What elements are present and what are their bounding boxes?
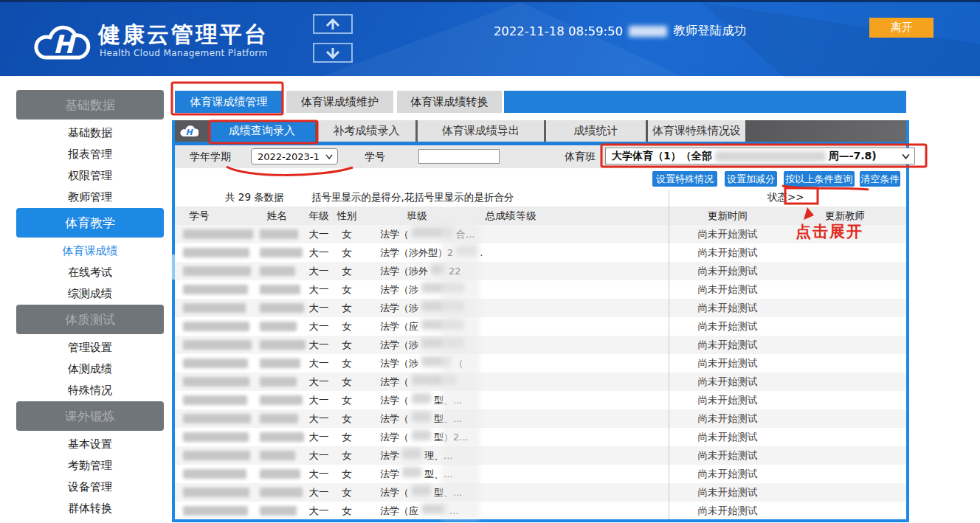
redacted-class-fragment [412,393,431,403]
sidebar-item-体育课成绩[interactable]: 体育课成绩 [16,240,164,262]
redaction-strip [441,225,480,519]
gender-cell: 女 [328,317,365,336]
status-cell: 尚未开始测试 [669,409,787,428]
scroll-up-button[interactable] [313,14,353,34]
redacted-student-name [260,469,300,479]
sidebar-item-权限管理[interactable]: 权限管理 [16,165,164,187]
query-by-conditions-button[interactable]: 按以上条件查询 [784,171,855,187]
table-row[interactable]: 大一 女 法学（型）2... 尚未开始测试 [175,428,906,446]
header-facet-decoration [317,2,686,78]
redacted-student-id [183,377,249,387]
gender-cell: 女 [328,262,365,280]
status-cell: 尚未开始测试 [669,354,787,373]
sidebar-item-管理设置[interactable]: 管理设置 [16,337,164,359]
gender-cell: 女 [328,299,365,317]
sidebar-item-报表管理[interactable]: 报表管理 [16,144,164,165]
subtab-special-case-settings[interactable]: 体育课特殊情况设置 [648,120,745,142]
sidebar-item-设备管理[interactable]: 设备管理 [16,477,164,498]
student-id-input[interactable] [418,149,500,164]
redacted-student-name [260,266,295,276]
sidebar-item-考勤管理[interactable]: 考勤管理 [16,455,164,477]
status-cell: 尚未开始测试 [669,262,787,280]
sidebar-group-基础数据[interactable]: 基础数据 [16,90,164,120]
tab-score-conversion[interactable]: 体育课成绩转换 [397,91,502,113]
status-cell: 尚未开始测试 [669,465,787,483]
redacted-class-fragment [402,467,421,477]
table-row[interactable]: 大一 女 法学（型、... 尚未开始测试 [175,409,906,428]
redacted-student-name [260,395,303,405]
table-row[interactable]: 大一 女 法学（涉 尚未开始测试 [175,299,906,317]
tab-score-maintenance[interactable]: 体育课成绩维护 [286,91,393,113]
gender-cell: 女 [328,280,365,299]
sidebar-group-体育教学[interactable]: 体育教学 [16,208,164,238]
redacted-student-id [183,506,248,516]
table-row[interactable]: 大一 女 法学（型、... 尚未开始测试 [175,391,906,409]
redacted-class-fragment [402,448,421,459]
redacted-student-name [260,229,298,239]
sidebar-item-在线考试[interactable]: 在线考试 [16,262,164,283]
table-row[interactable]: 大一 女 法学（型、... 尚未开始测试 [175,483,906,502]
status-expand-toggle[interactable]: 状态>> [767,188,804,207]
table-row[interactable]: 大一 女 法学（涉外22 尚未开始测试 [175,262,906,280]
status-cell: 尚未开始测试 [669,502,787,520]
redacted-student-name [260,322,297,331]
arrow-down-icon [323,47,342,59]
column-header-update-time[interactable]: 更新时间 [669,207,787,225]
column-header-student-id[interactable]: 学号 [173,207,225,225]
subtab-score-statistics[interactable]: 成绩统计 [546,120,646,142]
sidebar-item-群体转换[interactable]: 群体转换 [16,498,164,519]
redacted-student-name [260,303,304,313]
click-expand-annotation: 点击展开 [796,221,863,242]
status-cell: 尚未开始测试 [669,317,787,336]
redacted-student-id [183,414,251,423]
table-row[interactable]: 大一 女 法学（涉（ 尚未开始测试 [175,354,906,373]
login-message: 教师登陆成功 [673,23,746,39]
column-header-gender[interactable]: 性别 [328,207,365,225]
column-header-name[interactable]: 姓名 [251,207,303,225]
set-bonus-penalty-button[interactable]: 设置加减分 [725,171,777,187]
table-row[interactable]: 大一 女 法学（涉外型）2. 尚未开始测试 [175,243,906,262]
app-header: H 健康云管理平台 Health Cloud Management Platfo… [0,0,980,76]
clear-conditions-button[interactable]: 清空条件 [860,171,900,187]
subtab-score-export[interactable]: 体育课成绩导出 [418,120,544,142]
tabbar-filler [504,91,906,113]
column-header-class[interactable]: 班级 [391,207,443,225]
class-select[interactable]: 大学体育（1）（全部 周—-7.8) [605,148,915,164]
redacted-student-name [260,414,298,423]
sidebar-group-课外锻炼[interactable]: 课外锻炼 [16,401,164,431]
sidebar-item-特殊情况[interactable]: 特殊情况 [16,380,164,401]
term-label: 学年学期 [184,145,236,168]
redacted-student-name [260,506,297,516]
class-select-prefix: 大学体育（1）（全部 [612,150,712,163]
header-facet-decoration [701,2,980,78]
set-special-case-button[interactable]: 设置特殊情况 [652,171,717,187]
table-row[interactable]: 大一 女 法学型、... 尚未开始测试 [175,465,906,483]
table-row[interactable]: 大一 女 法学（涉 尚未开始测试 [175,280,906,299]
sidebar-item-基础数据[interactable]: 基础数据 [16,122,164,144]
subtab-score-query-entry[interactable]: 成绩查询录入 [209,120,315,142]
table-row[interactable]: 大一 女 法学（涉 尚未开始测试 [175,336,906,354]
term-select[interactable]: 2022-2023-1 [251,148,338,164]
sidebar-item-基本设置[interactable]: 基本设置 [16,434,164,455]
column-header-level[interactable]: 等级 [509,207,543,225]
login-status-text: 2022-11-18 08:59:50 教师登陆成功 [443,23,797,39]
app-subtitle: Health Cloud Management Platform [100,48,268,58]
table-row[interactable]: 大一 女 法学（ 尚未开始测试 [175,373,906,391]
table-row[interactable]: 大一 女 法学理、... 尚未开始测试 [175,446,906,465]
sidebar-group-体质测试[interactable]: 体质测试 [16,305,164,334]
redacted-student-name [260,340,306,350]
subtab-makeup-score-entry[interactable]: 补考成绩录入 [317,120,415,142]
sidebar-item-综测成绩[interactable]: 综测成绩 [16,283,164,305]
leave-button[interactable]: 离开 [869,18,934,38]
sidebar-item-体测成绩[interactable]: 体测成绩 [16,359,164,380]
redacted-student-id [183,359,248,368]
status-cell: 尚未开始测试 [669,483,787,502]
table-row[interactable]: 大一 女 法学（应 尚未开始测试 [175,317,906,336]
tab-score-management[interactable]: 体育课成绩管理 [175,91,283,113]
scroll-down-button[interactable] [313,43,353,63]
sidebar-item-教师管理[interactable]: 教师管理 [16,187,164,208]
table-row[interactable]: 大一 女 法学（应... 尚未开始测试 [175,502,906,520]
record-count: 共 29 条数据 [225,188,284,207]
panel-right-scrollbar[interactable] [906,120,909,522]
chevron-down-icon [902,153,910,159]
